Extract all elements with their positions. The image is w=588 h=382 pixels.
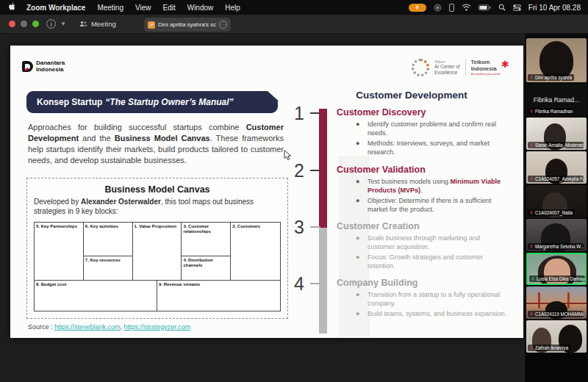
telkom-line2: Indonesia: [471, 66, 500, 72]
bmc-intro-pre: Developed by: [34, 198, 81, 206]
para-bold-bmc: Business Model Canvas: [115, 134, 210, 143]
participant-tile-empty: [526, 354, 587, 382]
menubar-clock[interactable]: Fri 10 Apr 08.28: [528, 4, 581, 12]
minimize-window-button[interactable]: [21, 21, 27, 27]
bmc-cell-key-partnerships: 5. Key Partnerships: [35, 223, 84, 281]
fullscreen-window-button[interactable]: [32, 21, 39, 27]
tab-options-icon[interactable]: ⋯: [219, 21, 227, 29]
tab-meeting[interactable]: Meeting: [79, 20, 116, 28]
tab-meeting-label: Meeting: [91, 20, 116, 28]
telkom-logo-icon: ✱: [501, 60, 509, 69]
step-bullet: ●Scale business through marketing and cu…: [356, 234, 509, 252]
participant-tile-sarah[interactable]: Sarah Amalia_Moderator: [526, 118, 587, 150]
menu-view[interactable]: View: [135, 4, 151, 12]
muted-mic-icon: [529, 143, 534, 148]
step-bullet: ●Transition from a startup to a fully op…: [356, 291, 509, 309]
shared-screen-stage: Danantara Indonesia Telkom AI Center of …: [0, 34, 525, 382]
customer-development-title: Customer Development: [304, 90, 519, 101]
phone-mirroring-icon[interactable]: [449, 4, 454, 12]
mic-in-use-indicator[interactable]: [409, 4, 426, 12]
screen: Zoom Workplace Meeting View Edit Window …: [0, 0, 588, 382]
step-bullet: ●Build teams, systems, and business expa…: [356, 310, 509, 319]
aicoe-line1: AI Center of: [434, 64, 460, 69]
participant-name: C1A024007_Naila: [535, 210, 573, 215]
participant-name: Margaretha Selvina W...: [535, 244, 584, 249]
muted-mic-icon: [529, 75, 534, 80]
menu-window[interactable]: Window: [187, 4, 214, 12]
participant-tile-lusia-speaking[interactable]: Lusia Elsa Dika Damayanty: [526, 253, 587, 285]
participant-tile-fibrika[interactable]: Fibrika Ramad... Fibrika Ramadhan: [526, 84, 587, 116]
battery-icon[interactable]: [478, 4, 491, 11]
participant-tile-zafirah[interactable]: Zafirah Ikramiya: [526, 320, 587, 353]
menu-edit[interactable]: Edit: [162, 4, 175, 12]
step-connector: [310, 112, 320, 114]
participant-name: C1A024057_Ameylia Fa...: [535, 176, 584, 181]
step-heading: Customer Discovery: [337, 107, 426, 118]
tab-shared-screen[interactable]: ↗ Dini aprilia syahra's screen ⋯: [144, 18, 231, 32]
bmc-intro-author: Alexander Osterwalder: [81, 198, 161, 206]
chevron-down-icon[interactable]: ▼: [60, 21, 66, 27]
para-text: and the: [79, 134, 115, 143]
zoom-window-tabbar: i ▼ Meeting ↗ Dini aprilia syahra's scre…: [0, 15, 588, 34]
participant-name: Zafirah Ikramiya: [535, 345, 568, 350]
participant-tile-margaretha[interactable]: Margaretha Selvina W...: [526, 219, 587, 251]
mouse-cursor: [284, 150, 292, 164]
bmc-grid: 5. Key Partnerships 6. Key activities 7.…: [34, 222, 281, 311]
participant-name: Fibrika Ramadhan: [535, 109, 573, 114]
telkom-indonesia-logo: Telkom Indonesia the world in your hand …: [471, 60, 509, 76]
spotlight-search-icon[interactable]: [498, 4, 506, 11]
participants-strip: Dini aprilia syahra Fibrika Ramad... Fib…: [525, 34, 588, 382]
bmc-title: Business Model Canvas: [27, 184, 287, 195]
source-label: Source :: [28, 323, 53, 331]
menu-zoom-workplace[interactable]: Zoom Workplace: [26, 4, 85, 12]
danantara-logo: Danantara Indonesia: [22, 60, 65, 73]
muted-mic-icon: [529, 311, 534, 317]
apple-icon[interactable]: [9, 2, 16, 12]
screen-share-icon: ↗: [148, 21, 155, 29]
participant-tile-naila[interactable]: C1A024007_Naila: [526, 185, 587, 217]
step-connector: [310, 226, 320, 228]
macos-menubar: Zoom Workplace Meeting View Edit Window …: [0, 0, 588, 15]
bmc-cell-revenue-streams: 9. Revenue streams: [157, 281, 280, 311]
window-controls[interactable]: [9, 21, 39, 27]
source-link-steveblank[interactable]: https://steveblank.com: [54, 323, 121, 331]
menu-meeting[interactable]: Meeting: [97, 4, 123, 12]
muted-mic-icon: [529, 176, 534, 181]
source-line: Source : https://steveblank.com, https:/…: [28, 323, 190, 331]
participant-name: Dini aprilia syahra: [535, 75, 572, 80]
participant-tile-ameylia[interactable]: C1A024057_Ameylia Fa...: [526, 151, 587, 184]
camera-status-icon[interactable]: [434, 4, 442, 12]
partner-logos: Telkom AI Center of Excellence Telkom In…: [412, 59, 509, 76]
muted-mic-icon: [529, 210, 534, 215]
bmc-cell-distribution-channels: 4. Distribution channels: [182, 256, 231, 281]
danantara-logo-mark: [22, 61, 33, 72]
participant-tile-mohammad[interactable]: C1A024119 MOHAMMA...: [526, 286, 587, 319]
wifi-icon[interactable]: [462, 4, 471, 11]
presentation-slide: Danantara Indonesia Telkom AI Center of …: [10, 46, 523, 338]
source-link-strategyzer[interactable]: https://strategyzer.com: [124, 323, 191, 331]
ai-coe-logo-icon: [412, 59, 429, 76]
tab-shared-screen-label: Dini aprilia syahra's screen: [158, 21, 216, 28]
participant-name: C1A024119 MOHAMMA...: [535, 311, 584, 317]
virtual-background-bridge: [567, 292, 570, 309]
muted-mic-icon: [529, 109, 534, 114]
active-mic-icon: [531, 276, 535, 281]
step-bullet: ●Test business models using Minimum Viab…: [356, 178, 509, 195]
menu-help[interactable]: Help: [225, 4, 240, 12]
close-window-button[interactable]: [9, 21, 15, 27]
step-connector: [310, 170, 320, 171]
participant-tile-dini[interactable]: Dini aprilia syahra: [526, 38, 587, 82]
bmc-cell-key-activities: 6. Key activities: [84, 223, 133, 256]
step-connector: [310, 283, 320, 284]
step-heading: Customer Creation: [337, 221, 420, 231]
brand-line2: Indonesia: [36, 67, 65, 73]
slide-title-quote: “The Startup Owner’s Manual”: [105, 97, 233, 107]
aicoe-line2: Excellence: [434, 70, 460, 75]
participants-icon: [79, 21, 87, 27]
meeting-info-icon[interactable]: i: [46, 19, 56, 29]
bmc-cell-value-proposition: 1. Value Proposition: [133, 223, 182, 281]
para-text: Approaches for building successful start…: [28, 123, 246, 131]
virtual-background-bridge: [538, 292, 540, 309]
control-center-icon[interactable]: [513, 4, 521, 11]
step-heading: Customer Validation: [337, 165, 426, 175]
